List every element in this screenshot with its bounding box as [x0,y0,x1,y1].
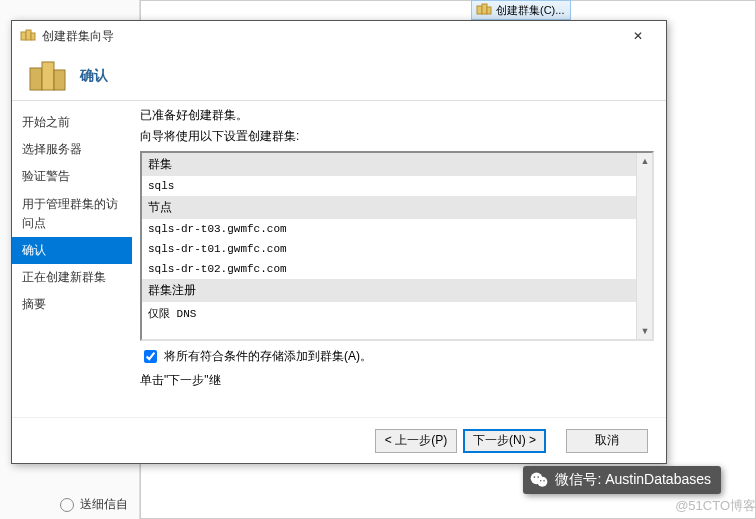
nav-item[interactable]: 确认 [12,237,132,264]
wizard-content: 已准备好创建群集。 向导将使用以下设置创建群集: 群集sqls节点sqls-dr… [132,101,666,417]
background-tree-item: 送细信自 [60,496,128,513]
svg-rect-3 [21,32,26,40]
wizard-footer: < 上一步(P) 下一步(N) > 取消 [12,417,666,463]
list-section-header: 群集 [142,153,652,176]
svg-rect-5 [31,33,35,40]
svg-rect-4 [26,30,31,40]
list-value: sqls-dr-t02.gwmfc.com [142,259,652,279]
list-value: sqls [142,176,652,196]
page-title: 确认 [80,67,108,85]
scroll-up-icon[interactable]: ▲ [637,153,653,169]
svg-rect-1 [482,4,487,14]
wizard-nav: 开始之前选择服务器验证警告用于管理群集的访问点确认正在创建新群集摘要 [12,101,132,417]
wizard-header: 确认 [12,51,666,101]
next-button[interactable]: 下一步(N) > [463,429,546,453]
close-button[interactable]: ✕ [618,24,658,48]
svg-point-12 [538,476,540,478]
intro-text-1: 已准备好创建群集。 [140,107,654,124]
list-section-header: 节点 [142,196,652,219]
svg-point-11 [534,476,536,478]
close-icon: ✕ [633,29,643,43]
window-title: 创建群集向导 [42,28,114,45]
prev-button[interactable]: < 上一步(P) [375,429,457,453]
wizard-dialog: 创建群集向导 ✕ 确认 开始之前选择服务器验证警告用于管理群集的访问点确认正在创… [11,20,667,464]
settings-listbox[interactable]: 群集sqls节点sqls-dr-t03.gwmfc.comsqls-dr-t01… [140,151,654,341]
taskbar-label: 创建群集(C)... [496,3,564,18]
nav-item[interactable]: 用于管理群集的访问点 [12,191,132,237]
svg-point-14 [544,480,546,482]
svg-rect-6 [30,68,42,90]
scrollbar[interactable]: ▲ ▼ [636,153,652,339]
cluster-large-icon [28,58,68,94]
svg-rect-8 [54,70,65,90]
checkbox-label: 将所有符合条件的存储添加到群集(A)。 [164,348,372,365]
nav-item[interactable]: 选择服务器 [12,136,132,163]
svg-rect-7 [42,62,54,90]
list-section-header: 群集注册 [142,279,652,302]
nav-item[interactable]: 开始之前 [12,109,132,136]
taskbar-create-cluster[interactable]: 创建群集(C)... [471,0,571,20]
cluster-icon [476,2,492,18]
list-value: sqls-dr-t03.gwmfc.com [142,219,652,239]
nav-item[interactable]: 验证警告 [12,163,132,190]
add-storage-checkbox[interactable] [144,350,157,363]
wechat-overlay: 微信号: AustinDatabases [523,466,721,494]
svg-point-13 [540,480,542,482]
titlebar: 创建群集向导 ✕ [12,21,666,51]
svg-rect-2 [487,7,491,14]
list-value: 仅限 DNS [142,302,652,325]
nav-item[interactable]: 正在创建新群集 [12,264,132,291]
svg-rect-0 [477,6,482,14]
svg-point-10 [538,477,548,487]
list-value: sqls-dr-t01.gwmfc.com [142,239,652,259]
cancel-button[interactable]: 取消 [566,429,648,453]
nav-item[interactable]: 摘要 [12,291,132,318]
scroll-down-icon[interactable]: ▼ [637,323,653,339]
click-next-hint: 单击"下一步"继 [140,372,654,389]
wechat-icon [529,470,549,490]
watermark: @51CTO博客 [675,497,756,515]
add-storage-checkbox-row[interactable]: 将所有符合条件的存储添加到群集(A)。 [140,347,654,366]
cluster-icon [20,28,36,44]
intro-text-2: 向导将使用以下设置创建群集: [140,128,654,145]
wechat-label: 微信号: AustinDatabases [555,471,711,489]
